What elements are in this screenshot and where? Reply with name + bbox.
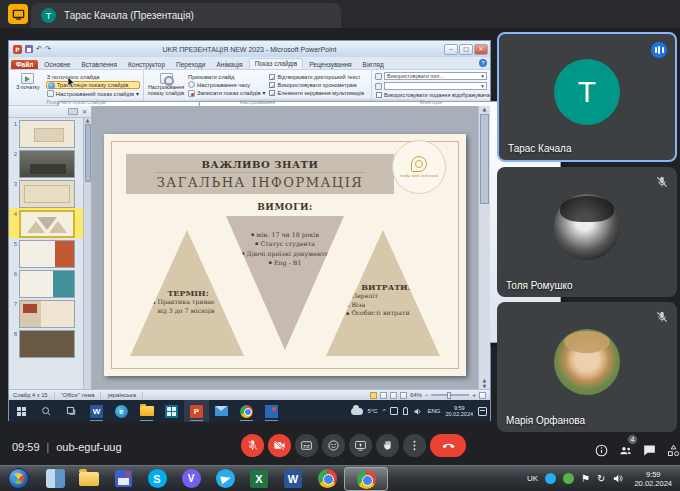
volume-tray-icon[interactable] <box>612 473 623 484</box>
present-button[interactable] <box>349 434 372 457</box>
slide-4-thumbnail[interactable] <box>19 210 75 238</box>
action-center-icon[interactable] <box>478 407 487 416</box>
chat-button[interactable] <box>642 443 657 458</box>
slide-1-thumbnail[interactable] <box>19 120 75 148</box>
taskbar-explorer[interactable] <box>134 400 159 422</box>
slide-thumbnail-row[interactable]: 2 <box>9 148 91 178</box>
taskbar7-skype[interactable]: S <box>140 466 174 491</box>
taskbar-photos[interactable] <box>259 400 284 422</box>
tray-expand-icon[interactable]: ^ <box>383 408 386 414</box>
taskbar-word[interactable]: W <box>84 400 109 422</box>
slide-thumbnail-row[interactable]: 7 <box>9 298 91 328</box>
minimize-button[interactable]: – <box>444 44 458 55</box>
start-orb[interactable] <box>8 468 29 489</box>
monitor-dropdown[interactable]: Використовувати поп... ▾ <box>384 72 487 80</box>
slide-thumbnail-row[interactable]: 6 <box>9 268 91 298</box>
powerpoint-app-icon[interactable]: P <box>13 45 22 54</box>
participants-button[interactable]: 4 <box>618 443 633 458</box>
update-tray-icon[interactable]: ↻ <box>597 473 605 484</box>
inner-clock[interactable]: 9:59 20.02.2024 <box>445 405 473 418</box>
zoom-slider[interactable] <box>431 394 469 396</box>
task-view-button[interactable] <box>59 400 84 422</box>
taskbar7-save-app[interactable] <box>106 466 140 491</box>
slide-2-thumbnail[interactable] <box>19 150 75 178</box>
vertical-scrollbar[interactable]: ▲ ▲ ▼ <box>478 106 490 389</box>
tab-animations[interactable]: Анімація <box>212 60 248 69</box>
participant-tile-tolia[interactable]: Толя Ромушко <box>497 167 677 297</box>
tab-insert[interactable]: Вставлення <box>76 60 122 69</box>
scroll-thumb[interactable] <box>480 114 489 204</box>
presentation-tab[interactable]: Т Тарас Качала (Презентація) <box>31 3 341 28</box>
outer-clock[interactable]: 9:59 20.02.2024 <box>630 470 672 488</box>
mic-button[interactable] <box>241 434 264 457</box>
taskbar7-viber[interactable]: V <box>174 466 208 491</box>
play-narrations-checkbox[interactable]: ✓ Відтворювати дикторський текст <box>268 73 365 80</box>
taskbar7-documents[interactable] <box>72 466 106 491</box>
more-options-button[interactable] <box>403 434 426 457</box>
mic-tray-icon[interactable] <box>403 407 408 415</box>
rehearse-timings-button[interactable]: Настроювання часу <box>187 81 266 88</box>
slide-thumbnail-row[interactable]: 1 <box>9 118 91 148</box>
slide-thumbnail-row-selected[interactable]: 4 <box>9 208 91 238</box>
tab-home[interactable]: Основне <box>39 60 75 69</box>
save-icon[interactable] <box>25 45 33 53</box>
slide-thumbnail-row[interactable]: 8 <box>9 328 91 358</box>
participant-tile-taras[interactable]: T Тарас Качала <box>497 32 677 162</box>
display-tray-icon[interactable] <box>390 407 398 415</box>
action-center-flag-icon[interactable]: ⚑ <box>581 473 590 484</box>
tab-transitions[interactable]: Переходи <box>171 60 210 69</box>
undo-icon[interactable]: ↶ <box>36 45 42 53</box>
taskbar7-word[interactable]: W <box>276 466 310 491</box>
keyboard-language[interactable]: ENG <box>427 408 440 414</box>
slide-thumbnail-row[interactable]: 3 <box>9 178 91 208</box>
reactions-button[interactable] <box>322 434 345 457</box>
telegram-tray-icon[interactable] <box>545 473 556 484</box>
custom-slideshow-button[interactable]: Настроюваний показ слайдів ▾ <box>46 90 140 97</box>
taskbar7-chrome-active[interactable] <box>344 467 388 491</box>
hide-slide-button[interactable]: Приховати слайд <box>187 73 266 80</box>
scroll-up-icon[interactable]: ▲ <box>86 118 89 123</box>
taskbar-store[interactable] <box>159 400 184 422</box>
antivirus-tray-icon[interactable] <box>563 473 574 484</box>
help-icon[interactable]: ? <box>479 59 487 67</box>
search-button[interactable] <box>34 400 59 422</box>
camera-button[interactable] <box>268 434 291 457</box>
slide-thumbnail-row[interactable]: 5 <box>9 238 91 268</box>
from-beginning-button[interactable]: З початку <box>12 72 44 97</box>
taskbar7-excel[interactable]: X <box>242 466 276 491</box>
from-current-slide-button[interactable]: З поточного слайда <box>46 73 140 80</box>
volume-tray-icon[interactable] <box>413 407 422 416</box>
taskbar-powerpoint-active[interactable]: P <box>184 400 209 422</box>
presenter-view-checkbox[interactable]: Використовувати подання відображувача <box>375 92 487 98</box>
zoom-in-button[interactable]: + <box>472 392 476 398</box>
tab-design[interactable]: Конструктор <box>123 60 170 69</box>
meeting-details-button[interactable] <box>594 443 609 458</box>
zoom-out-button[interactable]: − <box>425 392 429 398</box>
raise-hand-button[interactable] <box>376 434 399 457</box>
tab-slideshow-active[interactable]: Показ слайдів <box>249 58 304 69</box>
redo-icon[interactable]: ↷ <box>45 45 51 53</box>
record-slideshow-button[interactable]: Записати показ слайдів ▾ <box>187 90 266 97</box>
maximize-button[interactable]: □ <box>459 44 473 55</box>
taskbar-chrome[interactable] <box>234 400 259 422</box>
close-button[interactable]: ✕ <box>474 44 488 55</box>
setup-slideshow-button[interactable]: Настроювання показу слайдів <box>147 72 185 97</box>
normal-view-button[interactable] <box>370 392 377 399</box>
current-slide[interactable]: ВАЖЛИВО ЗНАТИ ЗАГАЛЬНА ІНФОРМАЦІЯ study,… <box>104 134 466 376</box>
activities-button[interactable] <box>666 443 680 458</box>
tab-view[interactable]: Вигляд <box>358 60 389 69</box>
slide-3-thumbnail[interactable] <box>19 180 75 208</box>
temperature[interactable]: 5°C <box>368 408 378 414</box>
scroll-thumb[interactable] <box>85 124 91 182</box>
zoom-slider-knob[interactable] <box>447 392 451 399</box>
panel-scrollbar[interactable]: ▲ <box>83 118 91 389</box>
language-indicator[interactable]: українська <box>107 392 143 398</box>
participant-tile-maria[interactable]: Марія Орфанова <box>497 302 677 432</box>
slide-sorter-view-button[interactable] <box>380 392 387 399</box>
taskbar7-telegram[interactable] <box>208 466 242 491</box>
screen-share-source-button[interactable] <box>8 4 28 24</box>
slides-tab[interactable] <box>68 108 78 115</box>
keyboard-language[interactable]: UK <box>527 474 538 483</box>
leave-call-button[interactable] <box>430 434 466 457</box>
media-controls-checkbox[interactable]: ✓ Елементи керування мультимедіа <box>268 90 365 97</box>
